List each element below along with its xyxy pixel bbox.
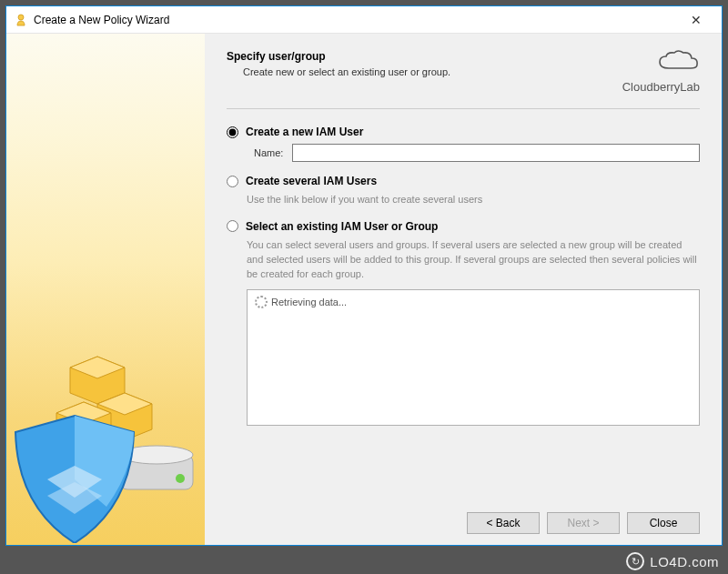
radio-create-user[interactable] [227,126,238,138]
watermark: ↻ LO4D.com [626,552,719,570]
wizard-body: Specify user/group Create new or select … [6,34,722,545]
spinner-icon [255,296,268,308]
brand-name: CloudberryLab [622,80,700,94]
existing-listbox[interactable]: Retrieving data... [247,289,700,426]
sidebar-illustration [6,34,205,543]
page-subtitle: Create new or select an existing user or… [243,66,622,77]
radio-select-existing[interactable] [227,220,238,232]
option-create-user: Create a new IAM User Name: [227,126,700,162]
desc-select-existing: You can select several users and groups.… [247,238,700,282]
option-select-existing: Select an existing IAM User or Group You… [227,220,700,426]
window-title: Create a New Policy Wizard [34,14,678,26]
close-icon: ✕ [691,13,702,27]
content-header: Specify user/group Create new or select … [227,50,700,94]
close-button[interactable]: Close [627,512,700,534]
label-create-several[interactable]: Create several IAM Users [246,175,377,187]
watermark-icon: ↻ [626,552,644,570]
name-label: Name: [254,147,283,158]
next-button[interactable]: Next > [547,512,620,534]
name-input[interactable] [292,144,700,162]
label-select-existing[interactable]: Select an existing IAM User or Group [246,220,438,233]
label-create-user[interactable]: Create a new IAM User [246,126,363,138]
brand-block: CloudberryLab [622,50,700,94]
wizard-sidebar [6,34,205,545]
app-icon [14,13,28,27]
wizard-window: Create a New Policy Wizard ✕ [5,5,723,546]
loading-text: Retrieving data... [271,297,347,307]
loading-row: Retrieving data... [255,296,692,308]
header-divider [227,108,700,109]
title-bar: Create a New Policy Wizard ✕ [6,6,722,34]
cloud-icon [656,50,700,76]
desc-create-several: Use the link below if you want to create… [247,193,700,207]
window-close-button[interactable]: ✕ [678,7,714,33]
wizard-content: Specify user/group Create new or select … [205,34,722,545]
page-title: Specify user/group [227,50,622,63]
svg-point-9 [176,474,185,483]
svg-point-0 [18,15,24,20]
back-button[interactable]: < Back [467,512,540,534]
button-row: < Back Next > Close [227,501,700,534]
watermark-text: LO4D.com [650,554,719,569]
option-create-several: Create several IAM Users Use the link be… [227,175,700,207]
radio-create-several[interactable] [227,176,238,187]
